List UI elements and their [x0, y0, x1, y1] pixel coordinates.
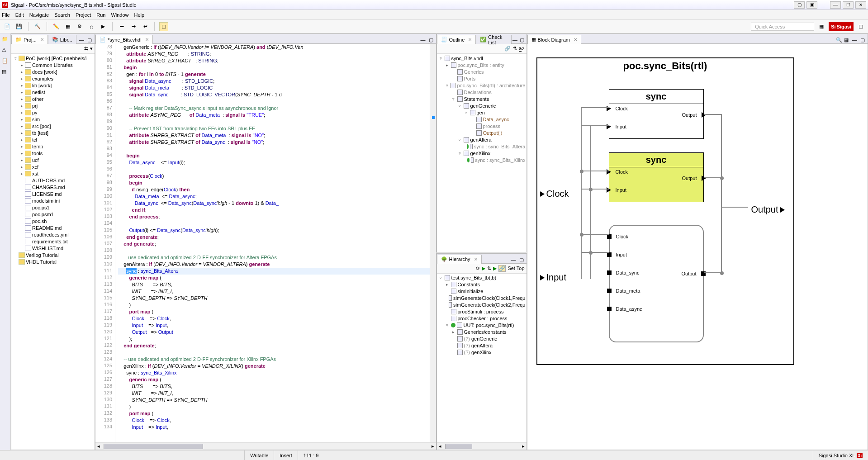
set-top-button[interactable]: Set Top [508, 266, 524, 271]
perspective-sigasi[interactable]: SiSigasi [829, 22, 854, 31]
tree-item[interactable]: poc.psm1 [11, 211, 95, 218]
menu-file[interactable]: File [2, 12, 10, 18]
hierarchy-item[interactable]: simGenerateClock(Clock1,Frequ [438, 295, 526, 302]
outline-item[interactable]: ▸poc.sync_Bits : entity [438, 62, 526, 68]
tree-item[interactable]: requirements.txt [11, 238, 95, 245]
outline-item[interactable]: sync : sync_Bits_Xilinx [438, 156, 526, 163]
highlight-icon[interactable]: ▢ [159, 22, 168, 31]
hierarchy-item[interactable]: procStimuli : process [438, 308, 526, 315]
tree-item[interactable]: ▸other [11, 95, 95, 102]
close-icon[interactable]: ✕ [474, 257, 478, 262]
menu-icon[interactable]: ▾ [90, 46, 93, 52]
hierarchy-tree[interactable]: ▿test.sync_Bits_tb(tb)▸ConstantssimIniti… [437, 274, 526, 442]
minimize-icon[interactable]: — [512, 37, 518, 43]
hierarchy-item[interactable]: (?) genAltera [438, 342, 526, 349]
tree-item[interactable]: poc.ps1 [11, 204, 95, 211]
menu-window[interactable]: Window [111, 12, 128, 18]
aux-button[interactable]: ▢ [794, 1, 805, 9]
tree-item[interactable]: ▸lib [work] [11, 82, 95, 89]
minimize-icon[interactable]: — [511, 257, 517, 263]
tree-item[interactable]: ▸tcl [11, 136, 95, 143]
tree-item[interactable]: ▸src [poc] [11, 123, 95, 129]
menu-run[interactable]: Run [96, 12, 105, 18]
hierarchy-item[interactable]: ▿test.sync_Bits_tb(tb) [438, 275, 526, 281]
block-diagram-canvas[interactable]: poc.sync_Bits(rtl)ClockInputOutputsyncCl… [527, 44, 868, 450]
tool-icon[interactable]: ⚙ [75, 22, 84, 31]
hierarchy-item[interactable]: (?) genGeneric [438, 336, 526, 342]
save-icon[interactable]: 💾 [14, 22, 24, 31]
forward-icon[interactable]: ➡ [129, 22, 138, 31]
refresh-icon[interactable]: ⟳ [476, 266, 480, 271]
outline-item[interactable]: ▿genXilinx [438, 150, 526, 156]
tree-item[interactable]: poc.sh [11, 218, 95, 224]
outline-item[interactable]: Declarations [438, 89, 526, 95]
tree-item[interactable]: ▸docs [work] [11, 68, 95, 75]
maximize-icon[interactable]: ▢ [429, 37, 435, 43]
outline-item[interactable]: Ports [438, 75, 526, 82]
hierarchy-item[interactable]: (?) genXilinx [438, 349, 526, 356]
maximize-button[interactable]: ☐ [843, 1, 854, 9]
zoom-icon[interactable]: 🔍 [836, 37, 842, 43]
hierarchy-item[interactable]: ▸Generics/constants [438, 329, 526, 336]
minimize-icon[interactable]: — [852, 37, 859, 43]
new-icon[interactable]: 📄 [3, 22, 12, 31]
tree-item[interactable]: Verilog Tutorial [11, 251, 95, 258]
tab-libraries[interactable]: 📚 Libr... [48, 35, 76, 44]
code-editor[interactable]: 7879808182838485868788899091929394959697… [95, 44, 436, 442]
link-icon[interactable]: 🔗 [504, 46, 511, 52]
tree-item[interactable]: readthedocs.yml [11, 231, 95, 238]
menu-navigate[interactable]: Navigate [29, 12, 49, 18]
close-icon[interactable]: ✕ [468, 37, 472, 42]
tool-icon[interactable]: ▦ [844, 37, 850, 43]
outline-item[interactable]: ▿gen [438, 109, 526, 116]
outline-item[interactable]: ▿genGeneric [438, 102, 526, 109]
menu-help[interactable]: Help [134, 12, 145, 18]
outline-item[interactable]: ▿Statements [438, 95, 526, 102]
tree-item[interactable]: ▸py [11, 109, 95, 116]
collapse-icon[interactable]: ⇆ [84, 46, 88, 52]
outline-item[interactable]: Data_async [438, 116, 526, 123]
tab-checklist[interactable]: ✅ Check List [476, 35, 512, 44]
tree-item[interactable]: ▸xcf [11, 163, 95, 170]
build-icon[interactable]: 🔨 [33, 22, 42, 31]
maximize-icon[interactable]: ▢ [519, 257, 526, 263]
close-icon[interactable]: ✕ [145, 37, 149, 42]
tree-item[interactable]: ▸ucf [11, 156, 95, 163]
quick-access-input[interactable]: Quick Access [751, 23, 814, 31]
tab-hierarchy[interactable]: 🌳 Hierarchy✕ [437, 255, 482, 264]
tree-item[interactable]: ▸examples [11, 75, 95, 82]
outline-item[interactable]: ▿poc.sync_Bits(rtl) : architecture [438, 82, 526, 89]
tab-project-explorer[interactable]: 📁 Proj...✕ [11, 35, 48, 44]
tool-icon[interactable]: ✏️ [52, 22, 61, 31]
trim-icon[interactable]: 📁 [2, 36, 9, 43]
minimize-button[interactable]: — [830, 1, 841, 9]
tool-icon[interactable]: ⎌ [87, 22, 96, 31]
tree-item[interactable]: ▸tb [test] [11, 129, 95, 136]
link-icon[interactable]: 🔗 [498, 265, 506, 272]
project-tree[interactable]: ▿PoC [work] [PoC paebbels/i▸Common Libra… [11, 54, 95, 450]
tree-item[interactable]: CHANGES.md [11, 184, 95, 190]
hierarchy-item[interactable]: ▸Constants [438, 281, 526, 288]
maximize-icon[interactable]: ▢ [860, 37, 867, 43]
menu-edit[interactable]: Edit [15, 12, 24, 18]
tree-item[interactable]: ▿PoC [work] [PoC paebbels/i [11, 55, 95, 62]
editor-hscroll[interactable]: ◂ ▸ [95, 442, 436, 450]
tree-item[interactable]: ▸xst [11, 170, 95, 177]
minimize-icon[interactable]: — [79, 37, 85, 43]
trim-icon[interactable]: ▤ [2, 69, 9, 76]
filter-icon[interactable]: ⚗ [512, 46, 517, 52]
outline-tree[interactable]: ▿sync_Bits.vhdl▸poc.sync_Bits : entityGe… [437, 54, 526, 252]
tree-item[interactable]: ▸tools [11, 150, 95, 156]
tree-item[interactable]: ▸netlist [11, 89, 95, 95]
outline-item[interactable]: process [438, 123, 526, 129]
hierarchy-item[interactable]: simInitialize [438, 288, 526, 295]
run-icon[interactable]: ▶ [493, 266, 497, 271]
outline-item[interactable]: ▿sync_Bits.vhdl [438, 55, 526, 62]
tree-item[interactable]: ▸sim [11, 116, 95, 123]
minimize-icon[interactable]: — [421, 37, 427, 43]
tree-item[interactable]: LICENSE.md [11, 190, 95, 197]
menu-project[interactable]: Project [76, 12, 91, 18]
run-icon[interactable]: ▶ [482, 266, 485, 271]
tool-icon[interactable]: ▶ [99, 22, 108, 31]
aux-button[interactable]: ▣ [806, 1, 817, 9]
